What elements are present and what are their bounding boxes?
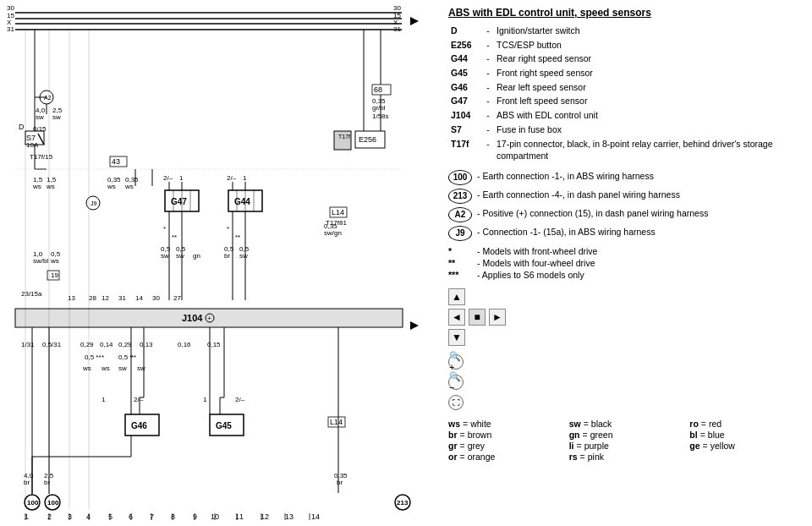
svg-text:31: 31	[118, 294, 126, 302]
zoom-in-button[interactable]: 🔍+	[448, 354, 464, 370]
component-row: D - Ignition/starter switch	[448, 24, 804, 38]
color-code: or	[448, 452, 458, 462]
note-row: ** - Models with four-wheel drive	[448, 258, 804, 268]
color-equals: =	[584, 419, 589, 429]
svg-text:2/–: 2/–	[235, 396, 245, 403]
svg-text:J104: J104	[182, 313, 203, 323]
component-desc: Front right speed sensor	[494, 66, 804, 80]
color-item: gn = green	[569, 430, 683, 440]
svg-text:ws: ws	[107, 183, 116, 190]
svg-text:ws: ws	[50, 257, 59, 265]
info-panel: ABS with EDL control unit, speed sensors…	[440, 0, 812, 526]
svg-text:*: *	[163, 225, 166, 233]
color-code: ws	[448, 419, 460, 429]
svg-text:19: 19	[51, 271, 58, 279]
svg-text:68: 68	[374, 85, 382, 94]
svg-text:ws: ws	[32, 183, 41, 190]
svg-text:0,29: 0,29	[118, 341, 132, 348]
nav-center-button[interactable]: ■	[469, 309, 486, 326]
color-name: red	[709, 419, 721, 429]
color-name: green	[590, 430, 613, 440]
svg-text:27: 27	[173, 294, 181, 302]
component-row: G44 - Rear right speed sensor	[448, 52, 804, 66]
color-item: rs = pink	[569, 452, 683, 462]
component-dash: -	[482, 52, 494, 66]
nav-up-button[interactable]: ▲	[448, 288, 465, 305]
svg-text:0,16: 0,16	[178, 341, 191, 348]
color-equals: =	[701, 419, 706, 429]
svg-text:0,13: 0,13	[140, 341, 153, 348]
color-legend: ws = whitesw = blackro = redbr =	[448, 419, 804, 462]
color-code: ro	[689, 419, 699, 429]
note-row: * - Models with front-wheel drive	[448, 246, 804, 256]
svg-text:sw: sw	[52, 113, 61, 121]
svg-text:J9: J9	[91, 200, 97, 206]
component-desc: Ignition/starter switch	[494, 24, 804, 38]
svg-text:br: br	[24, 479, 30, 486]
svg-text:2: 2	[47, 512, 52, 521]
color-equals: =	[577, 441, 582, 451]
component-dash: -	[482, 80, 494, 95]
connection-row: 213 - Earth connection -4-, in dash pane…	[448, 189, 804, 204]
component-desc: Rear right speed sensor	[494, 52, 804, 66]
nav-right-button[interactable]: ►	[489, 309, 506, 326]
zoom-fit-button[interactable]: ⛶	[448, 395, 464, 410]
component-row: G46 - Rear left speed sensor	[448, 80, 804, 95]
svg-text:gn: gn	[193, 252, 200, 260]
svg-text:0,15: 0,15	[207, 341, 221, 348]
component-desc: Fuse in fuse box	[494, 123, 804, 137]
svg-text:sw: sw	[239, 252, 248, 260]
svg-text:1: 1	[243, 174, 247, 182]
svg-text:0,5/31: 0,5/31	[42, 341, 62, 348]
zoom-in-icon: 🔍+	[448, 354, 464, 370]
note-text: - Models with front-wheel drive	[477, 246, 597, 256]
note-symbol: **	[448, 258, 472, 268]
component-row: G45 - Front right speed sensor	[448, 66, 804, 80]
svg-text:*: *	[102, 353, 104, 361]
color-code: gr	[448, 441, 458, 451]
svg-text:3: 3	[68, 512, 72, 521]
svg-text:14: 14	[311, 512, 320, 521]
svg-text:5: 5	[108, 512, 112, 521]
zoom-out-button[interactable]: 🔍−	[448, 375, 464, 390]
svg-text:13: 13	[285, 512, 294, 521]
color-equals: =	[460, 441, 465, 451]
component-code: G47	[448, 94, 482, 108]
component-dash: -	[482, 24, 494, 38]
color-equals: =	[463, 419, 468, 429]
color-name: pink	[588, 452, 604, 462]
component-dash: -	[482, 108, 494, 123]
color-name: brown	[468, 430, 492, 440]
color-item: sw = black	[569, 419, 683, 429]
svg-text:T17f: T17f	[338, 134, 350, 140]
zoom-fit-icon: ⛶	[448, 395, 464, 410]
svg-text:D: D	[19, 123, 25, 131]
color-name: black	[591, 419, 612, 429]
connection-symbol: 100	[448, 170, 472, 185]
svg-text:4: 4	[86, 512, 91, 521]
zoom-controls: 🔍+ 🔍− ⛶	[448, 354, 804, 410]
color-name: purple	[584, 441, 609, 451]
svg-text:10A: 10A	[26, 141, 39, 149]
color-name: white	[470, 419, 491, 429]
connections-section: 100 - Earth connection -1-, in ABS wirin…	[448, 170, 804, 241]
color-name: blue	[708, 430, 725, 440]
svg-rect-0	[0, 0, 440, 526]
component-dash: -	[482, 137, 494, 163]
note-text: - Applies to S6 models only	[477, 270, 584, 280]
svg-text:11: 11	[235, 512, 244, 521]
svg-text:L14: L14	[332, 208, 344, 216]
component-row: S7 - Fuse in fuse box	[448, 123, 804, 137]
component-desc: TCS/ESP button	[494, 38, 804, 52]
note-symbol: ***	[448, 270, 472, 280]
nav-left-button[interactable]: ◄	[448, 309, 465, 326]
zoom-out-icon: 🔍−	[448, 375, 464, 390]
nav-down-button[interactable]: ▼	[448, 329, 465, 346]
connection-desc: - Positive (+) connection (15), in dash …	[477, 207, 708, 220]
component-code: D	[448, 24, 482, 38]
component-desc: Front left speed sensor	[494, 94, 804, 108]
svg-text:30: 30	[152, 294, 160, 302]
note-row: *** - Applies to S6 models only	[448, 270, 804, 280]
svg-text:23/15a: 23/15a	[21, 290, 42, 298]
component-row: J104 - ABS with EDL control unit	[448, 108, 804, 123]
